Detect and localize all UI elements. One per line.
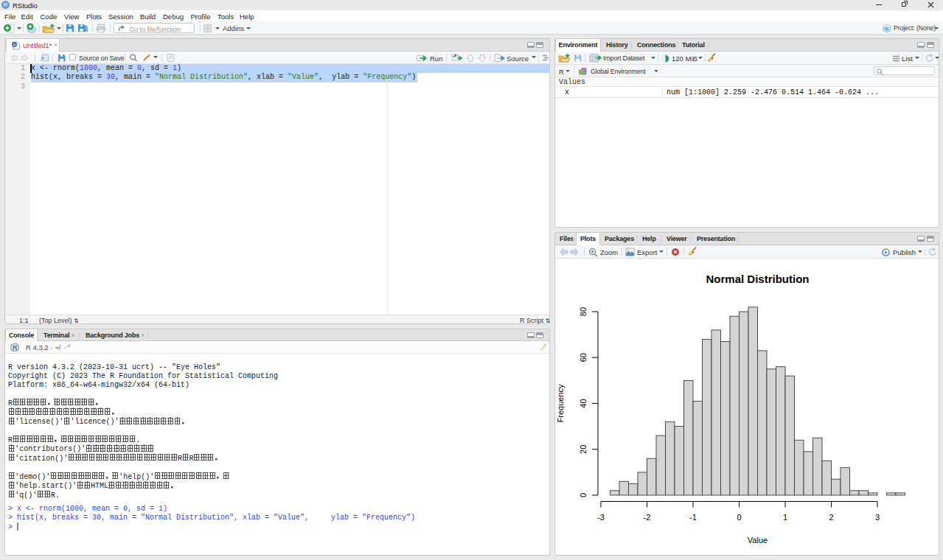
- svg-text:0: 0: [737, 513, 741, 522]
- svg-text:80: 80: [579, 307, 588, 316]
- svg-text:R: R: [13, 344, 18, 351]
- svg-text:R: R: [13, 43, 16, 47]
- svg-text:20: 20: [579, 445, 588, 454]
- svg-text:Value: Value: [748, 536, 768, 545]
- svg-text:-2: -2: [644, 513, 651, 522]
- svg-text:R: R: [885, 26, 889, 32]
- svg-text:1: 1: [783, 513, 787, 522]
- svg-text:-3: -3: [597, 513, 605, 522]
- svg-text:60: 60: [579, 353, 588, 362]
- svg-text:2: 2: [829, 513, 833, 522]
- svg-text:3: 3: [875, 513, 880, 522]
- svg-text:Frequency: Frequency: [556, 384, 565, 422]
- svg-text:Normal Distribution: Normal Distribution: [706, 273, 809, 285]
- svg-text:-1: -1: [689, 513, 697, 522]
- svg-text:40: 40: [579, 399, 588, 407]
- svg-text:0: 0: [579, 493, 588, 497]
